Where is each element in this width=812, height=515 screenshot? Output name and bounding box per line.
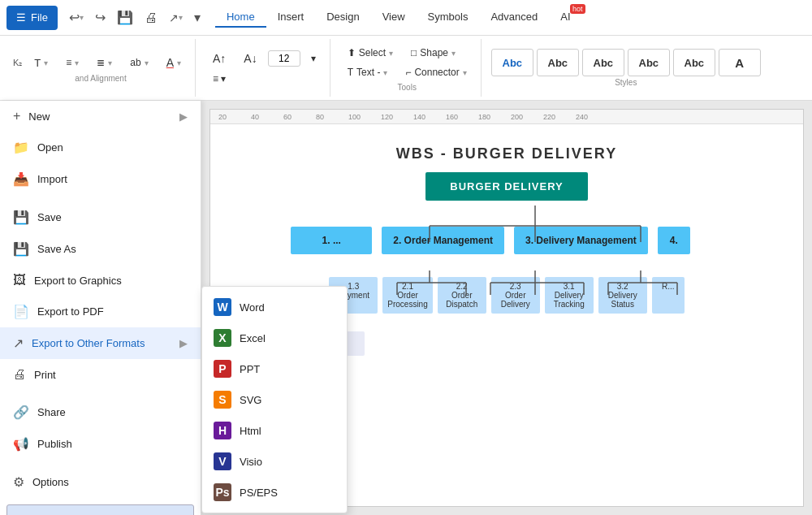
- wbs-l2-box-1[interactable]: 1. ...: [291, 227, 372, 254]
- file-button[interactable]: ☰ File: [6, 6, 58, 30]
- print-menu-icon: 🖨: [13, 367, 26, 382]
- menu-item-export-other[interactable]: ↗ Export to Other Formats ▶: [0, 327, 201, 359]
- export-graphics-icon: 🖼: [13, 273, 26, 288]
- menu-item-options[interactable]: ⚙ Options: [0, 466, 201, 498]
- tab-advanced[interactable]: Advanced: [479, 7, 549, 28]
- undo-button[interactable]: ↩ ▾: [64, 6, 89, 28]
- menu-label-export-pdf: Export to PDF: [37, 305, 104, 318]
- style-box-4[interactable]: Abc: [628, 49, 670, 76]
- visio-icon: V: [214, 452, 231, 470]
- select-button[interactable]: ⬆ Select ▾: [340, 44, 400, 62]
- style-box-1[interactable]: Abc: [491, 49, 533, 76]
- more-icon: ▾: [194, 10, 201, 25]
- tab-symbols[interactable]: Symbols: [417, 7, 480, 28]
- font-type-button[interactable]: T ▾: [27, 54, 55, 72]
- style-text-1: Abc: [503, 57, 523, 69]
- font-group: K₂ T ▾ ≡ ▾ ≣ ▾ ab ▾ A ▾ and Alignment: [6, 39, 196, 97]
- save-as-icon: 💾: [13, 241, 29, 257]
- ppt-icon: P: [214, 360, 231, 378]
- submenu-pseps[interactable]: Ps PS/EPS: [202, 477, 347, 508]
- more-button[interactable]: ▾: [189, 6, 205, 28]
- menu-item-save-as[interactable]: 💾 Save As: [0, 233, 201, 265]
- wbs-l3-box-extra[interactable]: R...: [652, 277, 685, 314]
- pseps-icon: Ps: [214, 483, 231, 501]
- shape-button[interactable]: □ Shape ▾: [404, 44, 463, 62]
- submenu-visio[interactable]: V Visio: [202, 446, 347, 477]
- menu-item-export-graphics[interactable]: 🖼 Export to Graphics: [0, 265, 201, 296]
- import-icon: 📥: [13, 171, 29, 187]
- tools-group: ⬆ Select ▾ □ Shape ▾ T Text - ▾ ⌐ Connec…: [334, 39, 482, 97]
- increase-font-button[interactable]: A↑: [205, 49, 233, 68]
- font-size-dropdown[interactable]: ▾: [304, 50, 323, 67]
- print-button[interactable]: 🖨: [140, 6, 162, 28]
- connector-label: Connector: [414, 67, 459, 78]
- wbs-l2-box-3[interactable]: 3. Delivery Management: [514, 227, 648, 254]
- export-other-arrow-icon: ▶: [179, 337, 188, 349]
- menu-label-export-other: Export to Other Formats: [32, 337, 145, 349]
- select-icon: ⬆: [348, 47, 356, 58]
- html-icon: H: [214, 422, 231, 439]
- menu-item-export-pdf[interactable]: 📄 Export to PDF: [0, 296, 201, 327]
- style-text-3: Abc: [594, 57, 614, 69]
- ruler-mark-180: 180: [478, 113, 511, 121]
- save-menu-icon: 💾: [13, 210, 29, 225]
- menu-item-open[interactable]: 📁 Open: [0, 132, 201, 163]
- share-icon: 🔗: [13, 405, 29, 420]
- export-pdf-icon: 📄: [13, 304, 29, 319]
- save-button[interactable]: 💾: [112, 6, 138, 28]
- submenu-excel[interactable]: X Excel: [202, 322, 347, 353]
- style-box-2[interactable]: Abc: [537, 49, 579, 76]
- wbs-l3-box-order-proc[interactable]: 2.1 Order Processing: [382, 277, 432, 314]
- menu-item-new[interactable]: + New ▶: [0, 101, 201, 132]
- case-button[interactable]: ab ▾: [123, 54, 155, 71]
- tools-label: Tools: [340, 83, 474, 92]
- line-spacing-button[interactable]: ≡ ▾: [58, 54, 86, 71]
- wbs-l3-box-del-track[interactable]: 3.1 Delivery Tracking: [545, 277, 594, 314]
- list-button[interactable]: ≣ ▾: [89, 54, 119, 71]
- menu-item-publish[interactable]: 📢 Publish: [0, 428, 201, 460]
- font-color-button[interactable]: A ▾: [159, 53, 188, 72]
- style-box-5[interactable]: Abc: [673, 49, 715, 76]
- connector-button[interactable]: ⌐ Connector ▾: [398, 63, 473, 81]
- submenu-label-word: Word: [240, 301, 265, 314]
- export-button[interactable]: ↗ ▾: [164, 6, 188, 28]
- decrease-font-button[interactable]: A↓: [236, 49, 264, 68]
- size-group: A↑ A↓ ▾ ≡ ▾: [199, 39, 330, 97]
- menu-item-share[interactable]: 🔗 Share: [0, 396, 201, 428]
- wbs-l2-box-4[interactable]: 4.: [658, 227, 690, 254]
- tab-home[interactable]: Home: [215, 7, 266, 28]
- redo-button[interactable]: ↪: [90, 6, 110, 28]
- list-icon: ≣: [97, 57, 105, 68]
- submenu-svg[interactable]: S SVG: [202, 384, 347, 415]
- tab-insert[interactable]: Insert: [266, 7, 316, 28]
- wbs-l3-box-del-status[interactable]: 3.2 Delivery Status: [598, 277, 647, 314]
- tab-view[interactable]: View: [371, 7, 417, 28]
- submenu-ppt[interactable]: P PPT: [202, 353, 347, 384]
- font-color-icon: A: [166, 56, 174, 69]
- align-button[interactable]: ≡ ▾: [205, 70, 233, 88]
- tab-design[interactable]: Design: [315, 7, 370, 28]
- submenu-html[interactable]: H Html: [202, 415, 347, 446]
- thumbnail-area: [0, 498, 201, 515]
- alignment-label: and Alignment: [13, 74, 188, 83]
- main-layout: + New ▶ 📁 Open 📥 Import 💾 Save 💾 Save As…: [0, 101, 812, 515]
- wbs-root-box[interactable]: BURGER DELIVERY: [425, 172, 587, 201]
- font-size-input[interactable]: [268, 50, 300, 67]
- submenu-word[interactable]: W Word: [202, 292, 347, 322]
- menu-item-print[interactable]: 🖨 Print: [0, 359, 201, 390]
- style-text-6: A: [735, 56, 744, 70]
- wbs-l3-box-order-del[interactable]: 2.3 Order Delivery: [491, 277, 540, 314]
- wbs-l3-box-order-disp[interactable]: 2.2 Order Dispatch: [438, 277, 486, 314]
- text-button[interactable]: T Text - ▾: [340, 63, 395, 81]
- styles-group: Abc Abc Abc Abc Abc A Styles: [485, 39, 767, 97]
- style-box-6[interactable]: A: [719, 49, 761, 76]
- wbs-root-level: BURGER DELIVERY: [210, 172, 803, 201]
- tab-ai[interactable]: AI hot: [549, 7, 581, 28]
- excel-icon: X: [214, 329, 231, 347]
- ruler-mark-160: 160: [446, 113, 478, 121]
- menu-item-import[interactable]: 📥 Import: [0, 163, 201, 195]
- wbs-l2-box-2[interactable]: 2. Order Management: [382, 227, 504, 254]
- font-size-dropdown-icon: ▾: [44, 58, 48, 67]
- style-box-3[interactable]: Abc: [582, 49, 624, 76]
- menu-item-save[interactable]: 💾 Save: [0, 201, 201, 233]
